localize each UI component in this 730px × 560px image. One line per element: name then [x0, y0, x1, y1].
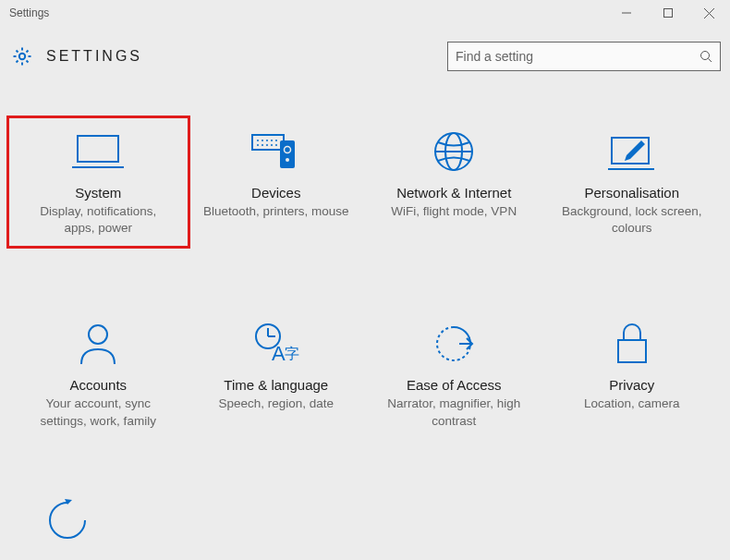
svg-rect-34: [618, 340, 646, 362]
svg-point-12: [266, 140, 268, 141]
tile-label: Ease of Access: [407, 377, 502, 393]
svg-point-28: [89, 325, 107, 344]
svg-point-22: [286, 158, 289, 162]
header: SETTINGS Find a setting: [0, 26, 730, 77]
update-icon[interactable]: [44, 497, 91, 543]
svg-rect-20: [280, 140, 295, 168]
svg-point-16: [262, 144, 263, 146]
svg-text:字: 字: [285, 346, 299, 361]
search-icon: [700, 50, 712, 63]
tile-label: Privacy: [609, 377, 654, 393]
close-button[interactable]: [688, 0, 730, 26]
titlebar: Settings: [0, 0, 730, 26]
settings-grid: System Display, notifications, apps, pow…: [0, 77, 730, 439]
tile-desc: Speech, region, date: [218, 396, 334, 412]
svg-rect-9: [252, 135, 284, 150]
svg-rect-1: [663, 9, 672, 18]
tile-personalisation[interactable]: Personalisation Background, lock screen,…: [543, 118, 722, 246]
svg-point-18: [271, 144, 273, 146]
search-placeholder: Find a setting: [456, 49, 700, 64]
svg-point-14: [275, 140, 277, 141]
svg-text:A: A: [272, 342, 286, 365]
tile-system[interactable]: System Display, notifications, apps, pow…: [9, 118, 188, 246]
window-title: Settings: [9, 6, 605, 19]
privacy-icon: [614, 320, 651, 368]
tile-devices[interactable]: Devices Bluetooth, printers, mouse: [188, 118, 366, 246]
time-language-icon: A 字: [253, 320, 299, 368]
tile-desc: Bluetooth, printers, mouse: [203, 203, 349, 220]
svg-point-11: [262, 140, 263, 141]
tile-network[interactable]: Network & Internet WiFi, flight mode, VP…: [365, 118, 543, 246]
tile-label: Accounts: [69, 377, 127, 393]
tile-time-language[interactable]: A 字 Time & language Speech, region, date: [188, 310, 366, 438]
maximize-button[interactable]: [647, 0, 688, 26]
ease-of-access-icon: [432, 320, 476, 368]
tile-desc: Display, notifications, apps, power: [24, 203, 172, 237]
tile-desc: Location, camera: [584, 396, 680, 412]
minimize-button[interactable]: [605, 0, 647, 26]
svg-point-19: [275, 144, 277, 146]
tile-privacy[interactable]: Privacy Location, camera: [543, 310, 722, 438]
network-icon: [432, 128, 475, 176]
tile-label: System: [75, 185, 121, 201]
svg-line-6: [709, 58, 712, 62]
accounts-icon: [78, 320, 118, 368]
svg-rect-7: [78, 136, 118, 162]
tile-desc: Background, lock screen, colours: [558, 203, 706, 237]
search-input[interactable]: Find a setting: [447, 42, 721, 71]
tile-desc: WiFi, flight mode, VPN: [391, 203, 517, 220]
settings-gear-icon: [9, 43, 35, 69]
svg-point-17: [266, 144, 268, 146]
svg-point-5: [701, 51, 710, 59]
personalisation-icon: [608, 128, 656, 176]
devices-icon: [250, 128, 302, 176]
tile-label: Personalisation: [584, 185, 679, 201]
tile-label: Time & language: [224, 377, 328, 393]
tile-desc: Narrator, magnifier, high contrast: [380, 396, 528, 429]
svg-point-13: [271, 140, 273, 141]
tile-ease-of-access[interactable]: Ease of Access Narrator, magnifier, high…: [365, 310, 543, 438]
svg-point-10: [257, 140, 259, 141]
tile-desc: Your account, sync settings, work, famil…: [24, 396, 172, 429]
tile-label: Network & Internet: [396, 185, 511, 201]
svg-rect-26: [612, 138, 649, 164]
tile-accounts[interactable]: Accounts Your account, sync settings, wo…: [9, 310, 188, 438]
svg-point-4: [19, 53, 25, 58]
page-title: SETTINGS: [46, 48, 447, 65]
system-icon: [72, 128, 124, 176]
svg-point-15: [257, 144, 259, 146]
tile-label: Devices: [251, 185, 300, 201]
